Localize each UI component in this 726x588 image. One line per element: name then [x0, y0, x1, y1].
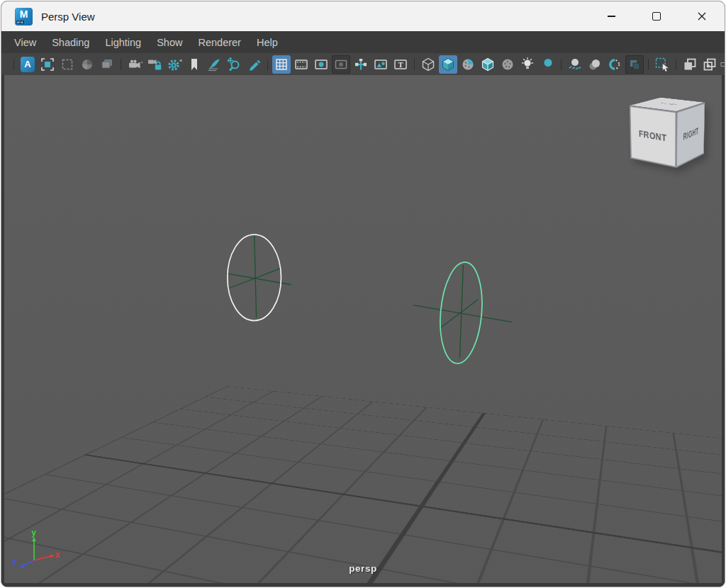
grid-icon [273, 56, 290, 73]
window-title: Persp View [41, 11, 95, 23]
antialias-button[interactable] [625, 55, 644, 74]
y-axis-label: y [31, 528, 36, 538]
camera-icon [126, 56, 143, 73]
camera-gear-icon [166, 56, 183, 73]
safe-action-button[interactable] [372, 55, 390, 74]
perspective-viewport[interactable]: FRONT RIGHT TOP y x z persp [4, 75, 722, 583]
maximize-button[interactable] [634, 1, 679, 31]
frame-corners-button[interactable] [38, 55, 57, 74]
menu-lighting[interactable]: Lighting [105, 37, 141, 48]
field-chart-icon [352, 56, 369, 73]
lights-button[interactable] [518, 55, 537, 74]
bookmark-button[interactable] [185, 55, 203, 74]
persp-view-window: M AYA Persp View View Shading Lighting S… [1, 1, 725, 587]
toolbar-separator [676, 59, 676, 70]
x-axis-line [34, 556, 51, 560]
antialias-icon [626, 56, 643, 73]
dashed-box-button[interactable] [58, 55, 77, 74]
shadows-button[interactable] [538, 55, 557, 74]
menu-show[interactable]: Show [157, 37, 182, 48]
resolution-gate-button[interactable] [312, 55, 330, 74]
shadows-icon [539, 56, 556, 73]
view-cube-front-face[interactable]: FRONT [630, 106, 677, 168]
camera-name-label: persp [349, 563, 376, 574]
a-badge-button[interactable]: A [18, 55, 37, 74]
field-chart-button[interactable] [352, 55, 370, 74]
toolbar-separator [648, 59, 649, 70]
construction-axis [413, 305, 512, 322]
tear-off-button[interactable] [681, 55, 699, 74]
tear-off-icon [681, 56, 698, 73]
construction-axis [441, 300, 479, 328]
tear-off-copy-button[interactable] [700, 55, 719, 74]
ground-shadows-button[interactable] [566, 55, 584, 74]
toolbar-separator [561, 59, 562, 70]
ao-ring-button[interactable] [605, 55, 624, 74]
x-axis-label: x [55, 550, 60, 560]
gate-mask-button[interactable] [332, 55, 350, 74]
menu-view[interactable]: View [14, 37, 36, 48]
shaded-cube-button[interactable] [439, 55, 457, 74]
quill-button[interactable] [205, 55, 223, 74]
viewport-frame: FRONT RIGHT TOP y x z persp [1, 75, 725, 587]
z-axis-line [22, 560, 34, 566]
nurbs-circle-green[interactable] [413, 261, 512, 366]
wireframe-on-shaded-button[interactable] [479, 55, 497, 74]
title-bar: M AYA Persp View [1, 1, 725, 31]
clipped-frame-icon [720, 56, 725, 73]
tear-off-copy-icon [701, 56, 718, 73]
x-axis-arrow [50, 555, 55, 558]
view-cube-body: FRONT RIGHT TOP [646, 101, 692, 161]
construction-axis [228, 268, 281, 289]
sphere-pie-icon [79, 56, 96, 73]
menu-shading[interactable]: Shading [52, 37, 89, 48]
pencil-icon [245, 56, 262, 73]
menu-renderer[interactable]: Renderer [198, 37, 240, 48]
menu-bar: View Shading Lighting Show Renderer Help [1, 31, 725, 53]
default-material-button[interactable] [459, 55, 477, 74]
motion-blur-button[interactable] [586, 55, 604, 74]
maximize-icon [652, 12, 661, 21]
nurbs-circle-white[interactable] [226, 234, 291, 320]
image-stack-button[interactable] [98, 55, 116, 74]
panel-toolbar: A [1, 53, 725, 75]
minimize-button[interactable] [588, 1, 634, 31]
textured-icon [499, 56, 516, 73]
menu-help[interactable]: Help [257, 37, 278, 48]
select-tool-button[interactable] [653, 55, 671, 74]
a-badge-icon: A [21, 57, 35, 72]
select-tool-icon [654, 56, 671, 73]
construction-axis [255, 234, 257, 318]
origin-axis-indicator: y x z [10, 528, 65, 579]
safe-title-button[interactable]: T [391, 55, 410, 74]
grid-toggle-button[interactable] [272, 55, 291, 74]
window-controls [588, 1, 725, 31]
camera-gear-button[interactable] [165, 55, 184, 74]
toolbar-separator [13, 59, 14, 70]
sphere-pie-button[interactable] [78, 55, 96, 74]
frame-corners-icon [39, 56, 56, 73]
textured-button[interactable] [498, 55, 517, 74]
view-cube[interactable]: FRONT RIGHT TOP [641, 103, 695, 157]
pan-zoom-button[interactable] [225, 55, 243, 74]
clipped-toolbar-button[interactable] [720, 55, 725, 74]
ground-shadows-icon [566, 56, 583, 73]
pan-zoom-icon [225, 56, 242, 73]
maya-app-icon: M AYA [15, 8, 33, 26]
maya-logo-sub: AYA [16, 21, 24, 24]
camera-button[interactable] [125, 55, 144, 74]
camera-lock-button[interactable] [145, 55, 164, 74]
camera-lock-icon [146, 56, 163, 73]
lights-icon [519, 56, 536, 73]
maya-logo-letter: M [15, 9, 33, 20]
wireframe-cube-button[interactable] [419, 55, 437, 74]
close-button[interactable] [679, 1, 725, 31]
wireframe-on-shaded-icon [479, 56, 496, 73]
motion-blur-icon [586, 56, 603, 73]
image-stack-icon [99, 56, 116, 73]
scene-layer [4, 75, 722, 583]
toolbar-separator [267, 59, 268, 70]
z-axis-label: z [11, 557, 16, 567]
film-gate-button[interactable] [292, 55, 311, 74]
pencil-button[interactable] [245, 55, 263, 74]
